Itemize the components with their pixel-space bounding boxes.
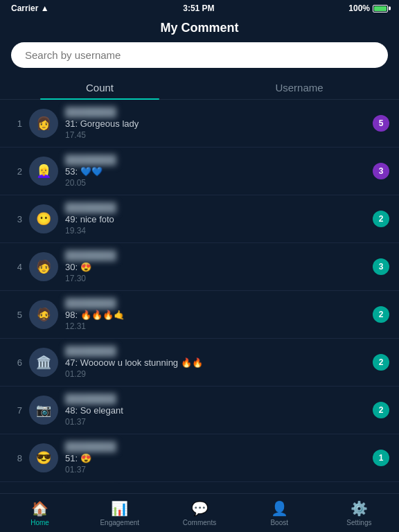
- tab-username[interactable]: Username: [200, 76, 399, 99]
- comment-count-badge: 3: [373, 163, 389, 179]
- timestamp-label: 01.37: [65, 465, 366, 475]
- rank-number: 2: [10, 166, 22, 177]
- avatar: 🧔: [29, 300, 58, 329]
- battery-area: 100%: [348, 3, 388, 13]
- comment-count-badge: 2: [373, 402, 389, 418]
- nav-item-engagement[interactable]: 📊 Engagement: [80, 500, 159, 526]
- item-info: ████████ 98: 🔥🔥🔥🤙 12.31: [65, 298, 366, 331]
- item-info: ████████ 48: So elegant 01.37: [65, 393, 366, 427]
- item-info: ████████ 30: 😍 17.30: [65, 250, 366, 283]
- avatar: 🏛️: [29, 348, 58, 377]
- item-info: ████████ 31: Gorgeous lady 17.45: [65, 107, 366, 140]
- list-item[interactable]: 4 🧑 ████████ 30: 😍 17.30 3: [0, 243, 399, 291]
- list-item[interactable]: 2 👱‍♀️ ████████ 53: 💙💙 20.05 3: [0, 148, 399, 195]
- timestamp-label: 17.30: [65, 274, 366, 283]
- item-info: ████████ 49: nice foto 19.34: [65, 202, 366, 236]
- nav-item-boost[interactable]: 👤 Boost: [240, 500, 319, 526]
- boost-icon: 👤: [271, 500, 288, 517]
- comment-count-badge: 3: [373, 258, 389, 275]
- rank-number: 4: [10, 262, 22, 272]
- list-item[interactable]: 5 🧔 ████████ 98: 🔥🔥🔥🤙 12.31 2: [0, 291, 399, 339]
- status-bar: Carrier ▲ 3:51 PM 100%: [0, 0, 399, 17]
- avatar: 🧑: [29, 252, 58, 281]
- username-label: ████████: [65, 346, 366, 356]
- nav-item-home[interactable]: 🏠 Home: [0, 500, 80, 526]
- list-item[interactable]: 7 📷 ████████ 48: So elegant 01.37 2: [0, 387, 399, 434]
- username-label: ████████: [65, 393, 366, 404]
- timestamp-label: 19.34: [65, 226, 366, 236]
- comment-text: 30: 😍: [65, 262, 366, 272]
- timestamp-label: 12.31: [65, 321, 366, 331]
- engagement-label: Engagement: [100, 519, 139, 526]
- time-label: 3:51 PM: [183, 3, 214, 13]
- carrier-label: Carrier ▲: [11, 3, 49, 13]
- comments-label: Comments: [183, 519, 216, 526]
- list-item[interactable]: 3 😶 ████████ 49: nice foto 19.34 2: [0, 195, 399, 243]
- battery-icon: [373, 5, 388, 12]
- comment-text: 98: 🔥🔥🔥🤙: [65, 310, 366, 320]
- wifi-icon: ▲: [41, 3, 49, 13]
- username-label: ████████: [65, 107, 366, 117]
- timestamp-label: 17.45: [65, 130, 366, 140]
- battery-percentage: 100%: [348, 3, 370, 13]
- bottom-navigation: 🏠 Home 📊 Engagement 💬 Comments 👤 Boost ⚙…: [0, 493, 399, 532]
- comment-count-badge: 2: [373, 211, 389, 227]
- engagement-icon: 📊: [111, 500, 128, 517]
- comment-count-badge: 1: [373, 450, 389, 466]
- timestamp-label: 20.05: [65, 178, 366, 188]
- boost-label: Boost: [270, 519, 288, 526]
- comment-text: 48: So elegant: [65, 405, 366, 416]
- home-label: Home: [30, 519, 49, 526]
- comment-text: 31: Gorgeous lady: [65, 118, 366, 129]
- settings-label: Settings: [346, 519, 371, 526]
- timestamp-label: 01.37: [65, 417, 366, 427]
- avatar: 📷: [29, 396, 58, 425]
- tab-count[interactable]: Count: [0, 76, 200, 99]
- list-item[interactable]: 6 🏛️ ████████ 47: Woooow u look stunning…: [0, 339, 399, 387]
- comment-list: 1 👩 ████████ 31: Gorgeous lady 17.45 5 2…: [0, 100, 399, 484]
- nav-item-settings[interactable]: ⚙️ Settings: [319, 500, 399, 526]
- list-item[interactable]: 8 😎 ████████ 51: 😍 01.37 1: [0, 434, 399, 482]
- comment-count-badge: 2: [373, 354, 389, 371]
- item-info: ████████ 47: Woooow u look stunning 🔥🔥 0…: [65, 346, 366, 379]
- list-item[interactable]: 1 👩 ████████ 31: Gorgeous lady 17.45 5: [0, 100, 399, 148]
- comment-count-badge: 2: [373, 306, 389, 323]
- rank-number: 8: [10, 453, 22, 463]
- nav-item-comments[interactable]: 💬 Comments: [159, 500, 239, 526]
- comments-icon: 💬: [191, 500, 209, 517]
- avatar: 😶: [29, 204, 58, 233]
- search-input[interactable]: [11, 42, 388, 68]
- search-bar-container: [0, 42, 399, 68]
- avatar: 👩: [29, 109, 58, 138]
- username-label: ████████: [65, 441, 366, 452]
- rank-number: 3: [10, 214, 22, 224]
- avatar: 👱‍♀️: [29, 157, 58, 186]
- comment-text: 47: Woooow u look stunning 🔥🔥: [65, 357, 366, 368]
- item-info: ████████ 51: 😍 01.37: [65, 441, 366, 475]
- rank-number: 1: [10, 118, 22, 129]
- tabs-bar: Count Username: [0, 76, 399, 100]
- page-title: My Comment: [0, 17, 399, 42]
- comment-count-badge: 5: [373, 115, 389, 132]
- username-label: ████████: [65, 298, 366, 308]
- username-label: ████████: [65, 250, 366, 260]
- home-icon: 🏠: [31, 500, 48, 517]
- comment-text: 49: nice foto: [65, 214, 366, 224]
- avatar: 😎: [29, 443, 58, 472]
- rank-number: 6: [10, 357, 22, 368]
- timestamp-label: 01.29: [65, 369, 366, 379]
- comment-text: 51: 😍: [65, 453, 366, 463]
- item-info: ████████ 53: 💙💙 20.05: [65, 154, 366, 188]
- comment-text: 53: 💙💙: [65, 166, 366, 177]
- username-label: ████████: [65, 154, 366, 165]
- settings-icon: ⚙️: [351, 500, 368, 517]
- battery-fill: [374, 6, 387, 11]
- username-label: ████████: [65, 202, 366, 213]
- rank-number: 7: [10, 405, 22, 416]
- list-item[interactable]: 9 🧕 ████████ 18: please make a video of …: [0, 482, 399, 484]
- rank-number: 5: [10, 310, 22, 320]
